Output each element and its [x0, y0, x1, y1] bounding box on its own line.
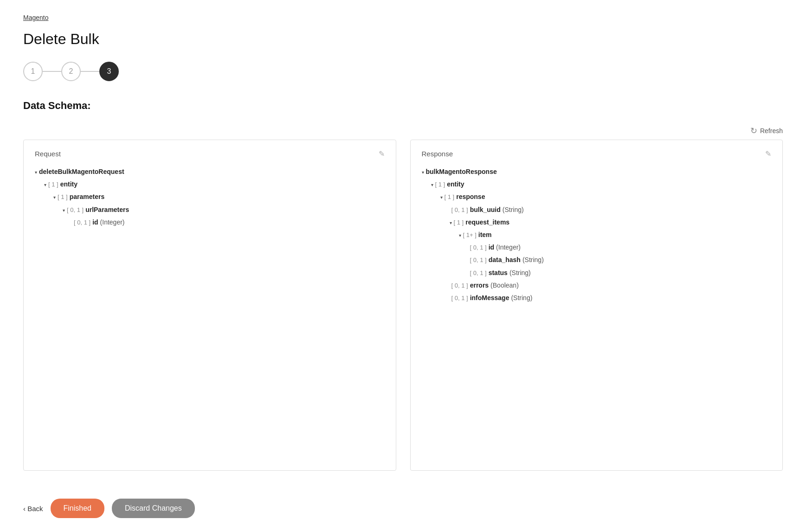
step-1[interactable]: 1: [23, 62, 43, 81]
badge: [ 1 ]: [435, 179, 445, 190]
node-name: entity: [447, 179, 464, 190]
tree-row: ▾ [ 1 ] parameters: [35, 191, 385, 203]
request-panel: Request ✎ ▾ deleteBulkMagentoRequest ▾ […: [23, 140, 396, 471]
node-name: infoMessage: [470, 292, 509, 304]
step-3[interactable]: 3: [99, 62, 119, 81]
badge: [ 0, 1 ]: [470, 242, 487, 253]
tree-row: [ 0, 1 ] data_hash (String): [422, 254, 772, 266]
node-name: request_items: [465, 217, 509, 228]
back-button[interactable]: ‹ Back: [23, 505, 43, 513]
request-edit-icon[interactable]: ✎: [379, 149, 385, 158]
node-name: response: [456, 191, 485, 203]
step-2[interactable]: 2: [61, 62, 81, 81]
node-name: id: [489, 242, 494, 253]
request-panel-label: Request: [35, 150, 61, 158]
finished-button[interactable]: Finished: [51, 499, 104, 518]
breadcrumb: Magento: [23, 14, 783, 21]
tree-row: ▾ bulkMagentoResponse: [422, 166, 772, 178]
discard-button[interactable]: Discard Changes: [112, 499, 195, 518]
tree-row: ▾ [ 1 ] entity: [422, 178, 772, 191]
tree-row: [ 0, 1 ] errors (Boolean): [422, 279, 772, 292]
response-panel: Response ✎ ▾ bulkMagentoResponse ▾ [ 1 ]…: [410, 140, 783, 471]
chevron-icon: ▾: [44, 181, 46, 189]
schema-panels: Request ✎ ▾ deleteBulkMagentoRequest ▾ […: [23, 140, 783, 471]
badge: [ 0, 1 ]: [67, 205, 84, 215]
node-name: data_hash: [489, 254, 521, 266]
response-panel-header: Response ✎: [422, 149, 772, 158]
tree-row: [ 0, 1 ] id (Integer): [422, 241, 772, 254]
badge: [ 0, 1 ]: [451, 280, 468, 291]
chevron-icon: ▾: [450, 219, 452, 227]
chevron-icon: ▾: [422, 168, 424, 177]
node-name: parameters: [70, 191, 105, 203]
refresh-bar: ↻ Refresh: [23, 126, 783, 136]
response-panel-label: Response: [422, 150, 453, 158]
node-type: (Boolean): [490, 280, 519, 291]
node-name: errors: [470, 280, 489, 291]
chevron-icon: ▾: [63, 206, 65, 215]
tree-row: [ 0, 1 ] status (String): [422, 267, 772, 279]
step-line-2: [81, 71, 99, 72]
page-wrapper: Magento Delete Bulk 1 2 3 Data Schema: ↻…: [0, 0, 806, 532]
tree-row: ▾ [ 1 ] entity: [35, 178, 385, 191]
badge: [ 1 ]: [454, 217, 464, 228]
node-type: (String): [522, 254, 544, 266]
badge: [ 1+ ]: [463, 230, 477, 240]
node-name: status: [489, 267, 508, 279]
badge: [ 1 ]: [58, 192, 68, 202]
tree-row: ▾ deleteBulkMagentoRequest: [35, 166, 385, 178]
node-type: (Integer): [496, 242, 521, 253]
response-edit-icon[interactable]: ✎: [765, 149, 771, 158]
node-name: deleteBulkMagentoRequest: [39, 166, 124, 178]
bottom-bar: ‹ Back Finished Discard Changes: [23, 489, 783, 518]
chevron-icon: ▾: [431, 181, 433, 189]
tree-row: ▾ [ 1 ] request_items: [422, 216, 772, 229]
refresh-label: Refresh: [760, 127, 783, 135]
badge: [ 0, 1 ]: [74, 217, 90, 228]
refresh-icon: ↻: [750, 126, 757, 136]
tree-row: [ 0, 1 ] id (Integer): [35, 216, 385, 229]
badge: [ 1 ]: [48, 179, 58, 190]
node-name: item: [478, 229, 492, 241]
tree-row: ▾ [ 1 ] response: [422, 191, 772, 203]
page-title: Delete Bulk: [23, 31, 783, 48]
badge: [ 0, 1 ]: [470, 255, 487, 265]
response-tree: ▾ bulkMagentoResponse ▾ [ 1 ] entity ▾ […: [422, 166, 772, 304]
node-type: (String): [511, 292, 532, 304]
request-tree: ▾ deleteBulkMagentoRequest ▾ [ 1 ] entit…: [35, 166, 385, 229]
tree-row: ▾ [ 1+ ] item: [422, 229, 772, 241]
steps-indicator: 1 2 3: [23, 62, 783, 81]
section-title: Data Schema:: [23, 100, 783, 112]
badge: [ 1 ]: [445, 192, 455, 202]
badge: [ 0, 1 ]: [451, 293, 468, 303]
node-type: (String): [509, 267, 531, 279]
chevron-icon: ▾: [53, 193, 56, 202]
step-line-1: [43, 71, 61, 72]
chevron-icon: ▾: [459, 231, 461, 240]
node-name: entity: [60, 179, 77, 190]
badge: [ 0, 1 ]: [470, 268, 487, 278]
node-name: id: [92, 217, 98, 228]
tree-row: [ 0, 1 ] infoMessage (String): [422, 292, 772, 304]
breadcrumb-magento-link[interactable]: Magento: [23, 14, 48, 21]
chevron-icon: ▾: [440, 193, 443, 202]
node-type: (String): [503, 204, 524, 216]
node-type: (Integer): [100, 217, 125, 228]
badge: [ 0, 1 ]: [451, 205, 468, 215]
tree-row: ▾ [ 0, 1 ] urlParameters: [35, 204, 385, 216]
tree-row: [ 0, 1 ] bulk_uuid (String): [422, 204, 772, 216]
node-name: urlParameters: [85, 204, 129, 216]
refresh-button[interactable]: ↻ Refresh: [750, 126, 783, 136]
chevron-icon: ▾: [35, 168, 37, 177]
node-name: bulkMagentoResponse: [426, 166, 497, 178]
request-panel-header: Request ✎: [35, 149, 385, 158]
node-name: bulk_uuid: [470, 204, 501, 216]
